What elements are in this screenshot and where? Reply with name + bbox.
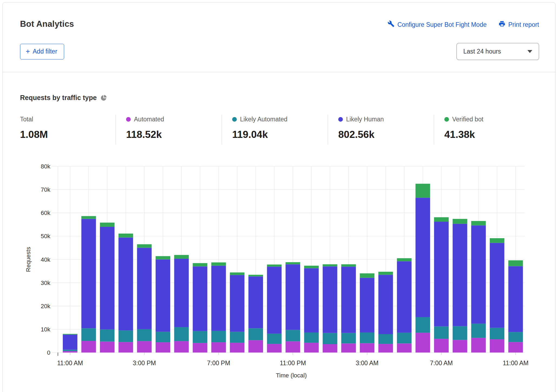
bar-20-likely-human[interactable] — [434, 222, 449, 327]
bar-0-verified-bot[interactable] — [63, 334, 77, 335]
bar-5-likely-human[interactable] — [156, 260, 170, 332]
bar-24-likely-automated[interactable] — [508, 332, 523, 342]
bar-19-likely-human[interactable] — [415, 198, 430, 317]
bar-23-automated[interactable] — [490, 339, 504, 353]
bar-16-likely-automated[interactable] — [360, 333, 375, 343]
bar-8-likely-automated[interactable] — [211, 331, 226, 342]
bar-11-likely-human[interactable] — [267, 267, 282, 334]
bar-17-likely-human[interactable] — [378, 275, 393, 334]
bar-4-likely-automated[interactable] — [137, 329, 152, 341]
bar-12-verified-bot[interactable] — [285, 262, 300, 264]
bar-20-automated[interactable] — [434, 339, 449, 353]
bar-19-verified-bot[interactable] — [415, 184, 430, 198]
bar-2-automated[interactable] — [100, 342, 114, 353]
configure-super-bot-fight-mode-link[interactable]: Configure Super Bot Fight Mode — [388, 20, 487, 29]
bar-17-likely-automated[interactable] — [378, 334, 393, 344]
bar-9-likely-automated[interactable] — [230, 332, 244, 343]
bar-24-automated[interactable] — [508, 342, 523, 353]
print-report-link[interactable]: Print report — [498, 20, 539, 29]
bar-2-likely-automated[interactable] — [100, 330, 114, 342]
bar-9-likely-human[interactable] — [230, 275, 244, 332]
bar-6-likely-automated[interactable] — [174, 327, 189, 341]
bar-5-verified-bot[interactable] — [156, 256, 170, 259]
bar-12-likely-human[interactable] — [285, 264, 300, 330]
bar-21-likely-automated[interactable] — [453, 326, 467, 340]
bar-6-automated[interactable] — [174, 341, 189, 353]
bar-19-automated[interactable] — [415, 333, 430, 353]
bar-23-likely-automated[interactable] — [490, 328, 504, 339]
bar-14-likely-human[interactable] — [323, 266, 337, 333]
bar-14-automated[interactable] — [323, 344, 337, 353]
bar-18-automated[interactable] — [397, 343, 412, 353]
bar-13-likely-automated[interactable] — [304, 333, 319, 343]
bar-0-likely-human[interactable] — [63, 335, 77, 350]
bar-3-verified-bot[interactable] — [119, 234, 133, 238]
bar-1-likely-human[interactable] — [81, 219, 96, 328]
bar-14-likely-automated[interactable] — [323, 333, 337, 344]
bar-22-likely-human[interactable] — [471, 225, 486, 324]
bar-18-verified-bot[interactable] — [397, 258, 412, 261]
bar-10-automated[interactable] — [248, 340, 263, 353]
bar-17-automated[interactable] — [378, 344, 393, 353]
bar-12-likely-automated[interactable] — [285, 330, 300, 341]
bar-18-likely-automated[interactable] — [397, 333, 412, 344]
bar-10-verified-bot[interactable] — [248, 275, 263, 276]
bar-7-verified-bot[interactable] — [193, 263, 207, 266]
bar-19-likely-automated[interactable] — [415, 317, 430, 333]
bar-12-automated[interactable] — [285, 341, 300, 353]
bar-7-likely-human[interactable] — [193, 266, 207, 331]
bar-20-likely-automated[interactable] — [434, 327, 449, 339]
add-filter-button[interactable]: + Add filter — [20, 44, 64, 59]
bar-21-verified-bot[interactable] — [453, 219, 467, 224]
bar-4-automated[interactable] — [137, 341, 152, 353]
bar-21-automated[interactable] — [453, 340, 467, 353]
bar-4-verified-bot[interactable] — [137, 244, 152, 248]
bar-9-automated[interactable] — [230, 343, 244, 353]
bar-6-verified-bot[interactable] — [174, 255, 189, 259]
bar-24-verified-bot[interactable] — [508, 260, 523, 266]
bar-7-automated[interactable] — [193, 343, 207, 353]
bar-2-likely-human[interactable] — [100, 227, 114, 330]
bar-10-likely-automated[interactable] — [248, 328, 263, 340]
bar-16-verified-bot[interactable] — [360, 273, 375, 278]
bar-20-verified-bot[interactable] — [434, 217, 449, 222]
bar-24-likely-human[interactable] — [508, 266, 523, 332]
bar-1-likely-automated[interactable] — [81, 328, 96, 341]
bar-7-likely-automated[interactable] — [193, 331, 207, 343]
bar-10-likely-human[interactable] — [248, 276, 263, 328]
bar-13-likely-human[interactable] — [304, 268, 319, 333]
bar-1-automated[interactable] — [81, 341, 96, 353]
bar-8-automated[interactable] — [211, 342, 226, 353]
bar-6-likely-human[interactable] — [174, 259, 189, 327]
bar-15-likely-automated[interactable] — [341, 333, 356, 344]
bar-2-verified-bot[interactable] — [100, 222, 114, 227]
bar-5-likely-automated[interactable] — [156, 332, 170, 342]
bar-5-automated[interactable] — [156, 342, 170, 353]
bar-22-likely-automated[interactable] — [471, 324, 486, 338]
bar-0-automated[interactable] — [63, 351, 77, 353]
bar-23-likely-human[interactable] — [490, 243, 504, 328]
bar-14-verified-bot[interactable] — [323, 264, 337, 267]
bar-11-likely-automated[interactable] — [267, 334, 282, 344]
bar-16-likely-human[interactable] — [360, 278, 375, 333]
bar-15-automated[interactable] — [341, 343, 356, 353]
bar-8-verified-bot[interactable] — [211, 263, 226, 266]
bar-15-verified-bot[interactable] — [341, 264, 356, 267]
bar-9-verified-bot[interactable] — [230, 273, 244, 275]
bar-11-verified-bot[interactable] — [267, 264, 282, 267]
time-range-select[interactable]: Last 24 hours — [457, 43, 539, 60]
bar-3-automated[interactable] — [119, 342, 133, 353]
bar-17-verified-bot[interactable] — [378, 272, 393, 275]
bar-15-likely-human[interactable] — [341, 267, 356, 333]
bar-3-likely-human[interactable] — [119, 238, 133, 331]
bar-3-likely-automated[interactable] — [119, 330, 133, 342]
bar-4-likely-human[interactable] — [137, 248, 152, 329]
bar-18-likely-human[interactable] — [397, 261, 412, 333]
bar-13-automated[interactable] — [304, 343, 319, 353]
bar-1-verified-bot[interactable] — [81, 216, 96, 219]
bar-11-automated[interactable] — [267, 344, 282, 353]
bar-23-verified-bot[interactable] — [490, 238, 504, 243]
bar-16-automated[interactable] — [360, 343, 375, 353]
bar-13-verified-bot[interactable] — [304, 266, 319, 268]
bar-21-likely-human[interactable] — [453, 224, 467, 326]
